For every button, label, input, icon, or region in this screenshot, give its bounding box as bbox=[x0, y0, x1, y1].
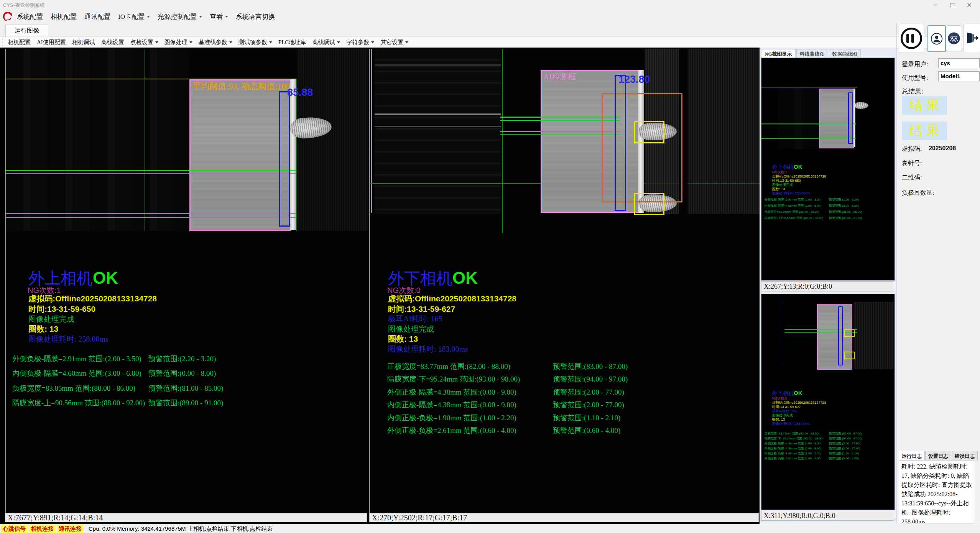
layer-line bbox=[375, 126, 501, 127]
warning-range-text: 预警范围:(2.20 - 3.20) bbox=[148, 354, 216, 364]
measurement-text: 隔膜宽度-下=95.24mm 范围:(93.00 - 98.00) bbox=[387, 374, 520, 384]
user-icon bbox=[930, 31, 943, 46]
menu-io-card-config[interactable]: IO卡配置 bbox=[118, 12, 150, 21]
menu-bar: 系统配置 相机配置 通讯配置 IO卡配置 光源控制配置 查看 系统语言切换 bbox=[17, 10, 283, 23]
log-text-area[interactable]: 耗时: 222, 缺陷检测耗时: 17, 缺陷分类耗时: 0, 缺陷提取分区耗时… bbox=[899, 460, 975, 523]
mini-process-time: 图像处理耗时: 183.00ms bbox=[772, 422, 826, 426]
tab-ai-time: 极耳AI耗时: 165 bbox=[388, 314, 442, 324]
menu-language-switch[interactable]: 系统语言切换 bbox=[236, 12, 275, 21]
mini-virtual-code: 虚拟码:Offline20250208133134728 bbox=[772, 174, 826, 179]
tool-camera-debug[interactable]: 相机调试 bbox=[72, 39, 95, 46]
negative-tab-count-label: 负极耳数量: bbox=[902, 189, 934, 197]
measurement-row: 隔膜宽度-上=90.56mm 范围:(88.00 - 92.00) 预警范围:(… bbox=[6, 398, 368, 407]
virtual-code-label: 虚拟码: bbox=[902, 145, 922, 153]
tab-run-image[interactable]: 运行图像 bbox=[5, 25, 48, 36]
measurement-text: 隔膜宽度-上=90.56mm 范围:(88.00 - 92.00) bbox=[12, 398, 145, 408]
tool-test-item-params[interactable]: 测试项参数 bbox=[238, 39, 272, 46]
mini-warning: 预警范围:(89.00 - 91.00) bbox=[829, 216, 862, 220]
mini-measure: 隔膜宽度-下=95.24mm 范围:(93.00 - 98.00) bbox=[765, 436, 824, 441]
tool-offline-settings[interactable]: 离线设置 bbox=[101, 39, 124, 46]
exit-icon bbox=[965, 31, 979, 45]
tool-spot-check-settings[interactable]: 点检设置 bbox=[130, 39, 158, 46]
warning-range-text: 预警范围:(1.10 - 2.10) bbox=[553, 413, 620, 423]
warning-range-text: 预警范围:(81.00 - 85.00) bbox=[148, 383, 223, 393]
mini-measure: 隔膜宽度-上=90.56mm 范围:(88.00 - 92.00) bbox=[765, 216, 824, 220]
camera-view-lower[interactable]: 123.80 AI检测框 外下相机OK NG次数:0 虚拟码:Offline20… bbox=[369, 49, 760, 513]
toolbar-grip[interactable] bbox=[2, 39, 5, 46]
camera-view-upper[interactable]: 85.88 平均阈值:93, 动态阈值:100 外上相机OK NG次数:1 虚拟… bbox=[5, 49, 368, 513]
tab-error-log[interactable]: 错误日志 bbox=[952, 451, 978, 461]
tool-plc-address-lib[interactable]: PLC地址库 bbox=[278, 39, 306, 46]
login-user-field[interactable]: cys bbox=[938, 58, 980, 68]
warning-range-text: 预警范围:(2.00 - 77.00) bbox=[553, 400, 624, 410]
maximize-icon bbox=[950, 3, 955, 7]
user-button[interactable] bbox=[927, 25, 946, 52]
mini-yellow-box bbox=[844, 329, 855, 337]
tool-label: 测试项参数 bbox=[238, 39, 267, 46]
menu-comm-config[interactable]: 通讯配置 bbox=[84, 12, 110, 21]
tool-image-processing[interactable]: 图像处理 bbox=[164, 39, 192, 46]
mini-process-done: 图像处理完成 bbox=[772, 413, 826, 418]
menu-view[interactable]: 查看 bbox=[210, 12, 228, 21]
system-status-text: Cpu: 0.0% Memory: 3424.41796875M 上相机:点检结… bbox=[89, 525, 273, 533]
tab-run-log[interactable]: 运行日志 bbox=[899, 451, 925, 461]
comm-connect-badge: 通讯连接 bbox=[57, 525, 84, 533]
tool-baseline-params[interactable]: 基准线参数 bbox=[199, 39, 232, 46]
camera-result: OK bbox=[452, 268, 478, 287]
tab-ng-screenshot[interactable]: NG截图显示 bbox=[761, 49, 796, 58]
measurement-text: 内侧正极-隔膜=4.38mm 范围:(0.00 - 9.00) bbox=[387, 400, 516, 410]
mini-blue-box bbox=[838, 306, 843, 365]
tab-settings-log[interactable]: 设置日志 bbox=[925, 451, 951, 461]
exit-button[interactable] bbox=[963, 24, 980, 52]
thumbnail1-coordinate-bar: X:267;Y:13;R:0;G:0;B:0 bbox=[761, 281, 894, 291]
menu-label: 相机配置 bbox=[51, 12, 77, 21]
tool-label: 字符参数 bbox=[346, 39, 369, 46]
tab-data-curve[interactable]: 数据曲线图 bbox=[829, 49, 861, 58]
tab-line-curve[interactable]: 料线曲线图 bbox=[796, 49, 828, 58]
tool-camera-config[interactable]: 相机配置 bbox=[8, 39, 31, 46]
mini-tab-ai-time: 极耳AI耗时: 165 bbox=[772, 409, 826, 413]
process-done-text: 图像处理完成 bbox=[388, 324, 434, 334]
menu-system-config[interactable]: 系统配置 bbox=[17, 12, 43, 21]
measurement-text: 外侧正极-隔膜=4.38mm 范围:(0.00 - 9.00) bbox=[387, 387, 516, 397]
warning-range-text: 预警范围:(89.00 - 91.00) bbox=[148, 398, 223, 408]
circle-count: 圈数: 13 bbox=[388, 334, 418, 344]
mini-warning: 预警范围:(2.00 - 77.00) bbox=[829, 441, 860, 446]
tool-ai-usage-config[interactable]: AI使用配置 bbox=[37, 39, 66, 46]
chevron-down-icon bbox=[371, 41, 374, 43]
camera-name: 外下相机 bbox=[388, 270, 452, 287]
warning-range-text: 预警范围:(83.00 - 87.00) bbox=[553, 362, 628, 372]
measure-line-green bbox=[6, 217, 296, 218]
close-button[interactable] bbox=[962, 0, 977, 10]
virtual-code: 虚拟码:Offline20250208133134728 bbox=[28, 293, 157, 304]
tool-offline-debug[interactable]: 离线调试 bbox=[312, 39, 340, 46]
pause-button[interactable] bbox=[899, 24, 924, 53]
mini-yellow-vline bbox=[784, 302, 784, 363]
login-user-label: 登录用户: bbox=[902, 61, 928, 69]
mini-measurements: 正极宽度=83.77mm 范围:(82.00 - 88.00)预警范围:(83.… bbox=[765, 431, 892, 461]
measure-value-blue: 123.80 bbox=[618, 74, 650, 86]
tool-label: 点检设置 bbox=[130, 39, 153, 46]
mini-measure: 正极宽度=83.77mm 范围:(82.00 - 88.00) bbox=[765, 431, 819, 436]
result-badge-lower: 结果 bbox=[902, 122, 947, 140]
warning-range-text: 预警范围:(2.00 - 77.00) bbox=[553, 387, 624, 397]
total-result-label: 总结果: bbox=[902, 87, 923, 96]
thumbnail-lower-camera[interactable]: 外下相机OK NG次数:0 虚拟码:Offline202502081331347… bbox=[761, 294, 895, 510]
thumbnail-upper-camera[interactable]: 外上相机OK NG次数:1 虚拟码:Offline202502081331347… bbox=[761, 58, 895, 281]
maximize-button[interactable] bbox=[945, 0, 960, 10]
mini-time: 时间:13-31-59-627 bbox=[772, 405, 826, 409]
camera-connect-badge: 相机连接 bbox=[29, 525, 56, 533]
tool-other-settings[interactable]: 其它设置 bbox=[380, 39, 408, 46]
mini-measure: 外侧正极-隔膜=4.38mm 范围:(0.00 - 9.00) bbox=[765, 441, 821, 446]
menu-label: 通讯配置 bbox=[84, 12, 110, 21]
camera-image-background bbox=[6, 49, 189, 231]
tool-char-params[interactable]: 字符参数 bbox=[346, 39, 374, 46]
menu-camera-config[interactable]: 相机配置 bbox=[51, 12, 77, 21]
minimize-button[interactable] bbox=[928, 0, 943, 10]
mini-warning: 预警范围:(1.10 - 2.10) bbox=[829, 451, 859, 456]
users-group-button[interactable] bbox=[946, 25, 962, 51]
wound-layers-region bbox=[375, 49, 501, 214]
menu-light-control-config[interactable]: 光源控制配置 bbox=[158, 12, 202, 21]
mini-tab-blob bbox=[855, 102, 868, 109]
model-field[interactable]: Model1 bbox=[938, 71, 980, 81]
